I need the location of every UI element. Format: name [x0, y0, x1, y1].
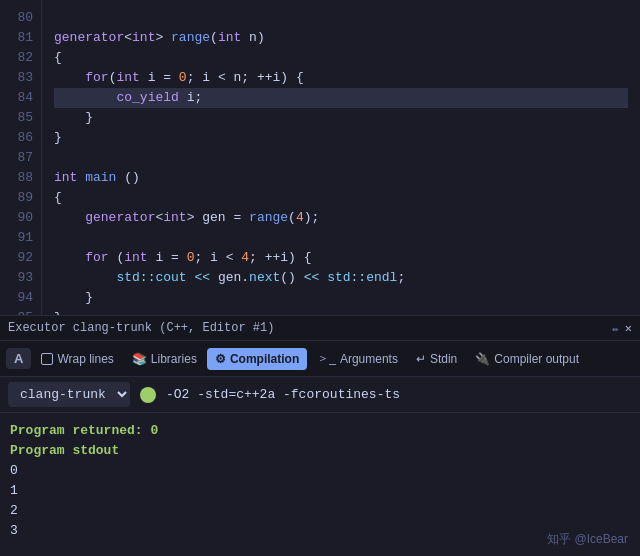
edit-icon[interactable]: ✏ [612, 322, 619, 335]
toolbar: A Wrap lines 📚 Libraries ⚙ Compilation ＞… [0, 341, 640, 377]
output-area: Program returned: 0Program stdout0123 [0, 413, 640, 556]
compilation-label: Compilation [230, 352, 299, 366]
libraries-button[interactable]: 📚 Libraries [124, 348, 205, 370]
line-numbers: 8081828384858687888990919293949596 [0, 0, 42, 315]
options-row: clang-trunkgcc-12clang-14 -O2 -std=c++2a… [0, 377, 640, 413]
executor-title: Executor clang-trunk (C++, Editor #1) [8, 321, 606, 335]
gear-icon: ⚙ [215, 352, 226, 366]
compiler-select[interactable]: clang-trunkgcc-12clang-14 [8, 382, 130, 407]
watermark: 知乎 @IceBear [547, 531, 628, 548]
bottom-section: Executor clang-trunk (C++, Editor #1) ✏ … [0, 315, 640, 556]
plug-icon: 🔌 [475, 352, 490, 366]
arguments-button[interactable]: ＞_ Arguments [309, 346, 406, 371]
wrap-lines-button[interactable]: Wrap lines [33, 348, 121, 370]
stdin-button[interactable]: ↵ Stdin [408, 348, 465, 370]
compilation-button[interactable]: ⚙ Compilation [207, 348, 307, 370]
checkbox-icon [41, 353, 53, 365]
compiler-args: -O2 -std=c++2a -fcoroutines-ts [166, 387, 400, 402]
editor-area: 8081828384858687888990919293949596 gener… [0, 0, 640, 315]
compiler-output-button[interactable]: 🔌 Compiler output [467, 348, 587, 370]
book-icon: 📚 [132, 352, 147, 366]
arguments-label: Arguments [340, 352, 398, 366]
stdin-label: Stdin [430, 352, 457, 366]
executor-bar: Executor clang-trunk (C++, Editor #1) ✏ … [0, 315, 640, 341]
compiler-output-label: Compiler output [494, 352, 579, 366]
a-button[interactable]: A [6, 348, 31, 369]
green-dot [140, 387, 156, 403]
libraries-label: Libraries [151, 352, 197, 366]
arrow-icon: ↵ [416, 352, 426, 366]
close-icon[interactable]: ✕ [625, 321, 632, 336]
code-content[interactable]: generator<int> range(int n){ for(int i =… [42, 0, 640, 315]
term-icon: ＞_ [317, 350, 336, 367]
wrap-lines-label: Wrap lines [57, 352, 113, 366]
